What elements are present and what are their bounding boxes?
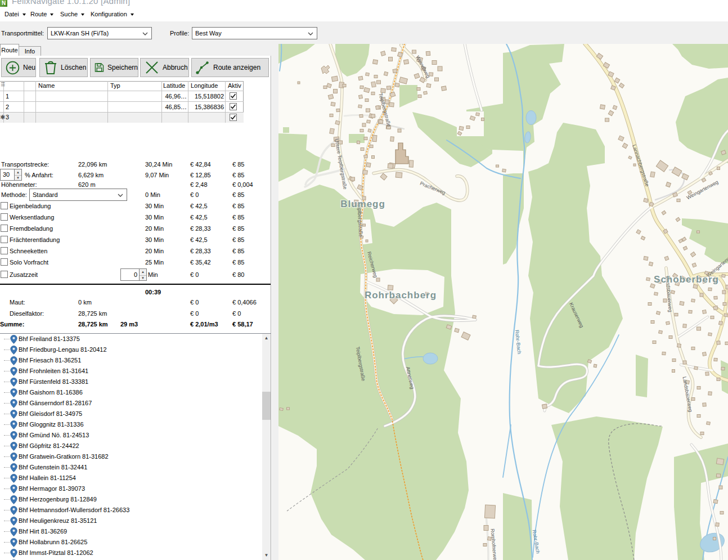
svg-text:Rohrbachberg: Rohrbachberg [365, 290, 437, 301]
svg-text:Blumegg: Blumegg [340, 199, 385, 209]
svg-text:Schoberberg: Schoberberg [654, 274, 719, 285]
